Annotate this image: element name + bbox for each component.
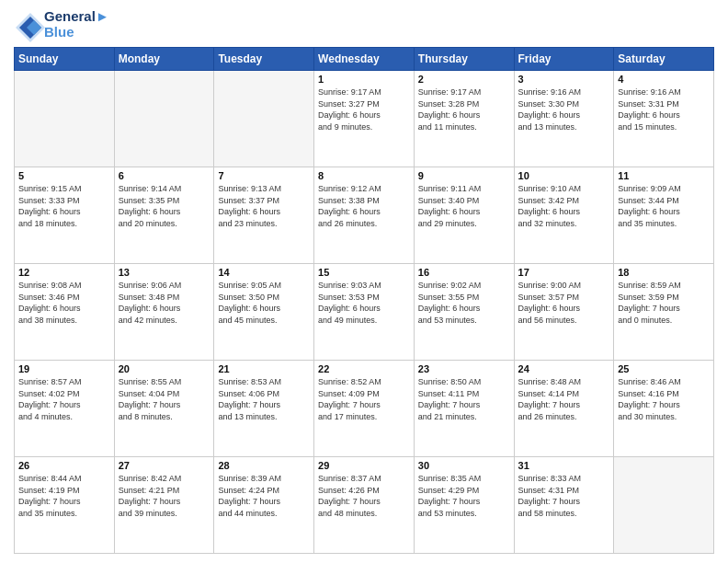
calendar-cell: 29Sunrise: 8:37 AM Sunset: 4:26 PM Dayli… bbox=[314, 457, 415, 554]
day-info: Sunrise: 8:44 AM Sunset: 4:19 PM Dayligh… bbox=[18, 473, 110, 519]
logo-text: General► Blue bbox=[44, 9, 109, 40]
calendar-cell: 20Sunrise: 8:55 AM Sunset: 4:04 PM Dayli… bbox=[114, 361, 214, 457]
day-info: Sunrise: 8:39 AM Sunset: 4:24 PM Dayligh… bbox=[218, 473, 310, 519]
day-info: Sunrise: 8:55 AM Sunset: 4:04 PM Dayligh… bbox=[119, 376, 210, 422]
calendar-cell: 14Sunrise: 9:05 AM Sunset: 3:50 PM Dayli… bbox=[214, 264, 314, 361]
day-number: 12 bbox=[18, 267, 110, 278]
calendar-cell: 11Sunrise: 9:09 AM Sunset: 3:44 PM Dayli… bbox=[614, 167, 714, 264]
day-info: Sunrise: 9:17 AM Sunset: 3:28 PM Dayligh… bbox=[418, 86, 510, 132]
day-info: Sunrise: 8:33 AM Sunset: 4:31 PM Dayligh… bbox=[518, 473, 610, 519]
day-number: 14 bbox=[218, 267, 310, 278]
day-info: Sunrise: 8:50 AM Sunset: 4:11 PM Dayligh… bbox=[418, 376, 510, 422]
calendar-cell: 5Sunrise: 9:15 AM Sunset: 3:33 PM Daylig… bbox=[15, 167, 115, 264]
calendar-cell bbox=[214, 71, 314, 167]
day-number: 2 bbox=[418, 74, 510, 85]
day-info: Sunrise: 8:59 AM Sunset: 3:59 PM Dayligh… bbox=[618, 280, 710, 326]
calendar-cell bbox=[614, 457, 714, 554]
day-info: Sunrise: 9:14 AM Sunset: 3:35 PM Dayligh… bbox=[119, 183, 210, 229]
day-number: 27 bbox=[119, 460, 210, 471]
calendar-cell: 30Sunrise: 8:35 AM Sunset: 4:29 PM Dayli… bbox=[414, 457, 514, 554]
weekday-header-wednesday: Wednesday bbox=[314, 48, 415, 71]
day-info: Sunrise: 8:42 AM Sunset: 4:21 PM Dayligh… bbox=[119, 473, 210, 519]
day-number: 11 bbox=[618, 170, 710, 181]
day-number: 19 bbox=[18, 363, 110, 374]
calendar-cell: 10Sunrise: 9:10 AM Sunset: 3:42 PM Dayli… bbox=[514, 167, 614, 264]
calendar-cell: 17Sunrise: 9:00 AM Sunset: 3:57 PM Dayli… bbox=[514, 264, 614, 361]
calendar-cell: 3Sunrise: 9:16 AM Sunset: 3:30 PM Daylig… bbox=[514, 71, 614, 167]
day-info: Sunrise: 9:00 AM Sunset: 3:57 PM Dayligh… bbox=[518, 280, 610, 326]
week-row-3: 19Sunrise: 8:57 AM Sunset: 4:02 PM Dayli… bbox=[15, 361, 714, 457]
week-row-4: 26Sunrise: 8:44 AM Sunset: 4:19 PM Dayli… bbox=[15, 457, 714, 554]
day-info: Sunrise: 9:03 AM Sunset: 3:53 PM Dayligh… bbox=[318, 280, 410, 326]
calendar-cell bbox=[15, 71, 115, 167]
logo: General► Blue bbox=[14, 9, 109, 40]
day-info: Sunrise: 8:46 AM Sunset: 4:16 PM Dayligh… bbox=[618, 376, 710, 422]
day-number: 17 bbox=[518, 267, 610, 278]
day-number: 28 bbox=[218, 460, 310, 471]
calendar-cell: 9Sunrise: 9:11 AM Sunset: 3:40 PM Daylig… bbox=[414, 167, 514, 264]
header: General► Blue bbox=[14, 9, 714, 40]
day-number: 9 bbox=[418, 170, 510, 181]
calendar-cell: 2Sunrise: 9:17 AM Sunset: 3:28 PM Daylig… bbox=[414, 71, 514, 167]
day-number: 20 bbox=[119, 363, 210, 374]
day-info: Sunrise: 8:37 AM Sunset: 4:26 PM Dayligh… bbox=[318, 473, 410, 519]
weekday-header-tuesday: Tuesday bbox=[214, 48, 314, 71]
calendar-cell: 22Sunrise: 8:52 AM Sunset: 4:09 PM Dayli… bbox=[314, 361, 415, 457]
calendar-cell bbox=[114, 71, 214, 167]
day-info: Sunrise: 8:35 AM Sunset: 4:29 PM Dayligh… bbox=[418, 473, 510, 519]
calendar-cell: 4Sunrise: 9:16 AM Sunset: 3:31 PM Daylig… bbox=[614, 71, 714, 167]
day-info: Sunrise: 9:10 AM Sunset: 3:42 PM Dayligh… bbox=[518, 183, 610, 229]
day-info: Sunrise: 9:17 AM Sunset: 3:27 PM Dayligh… bbox=[318, 86, 410, 132]
day-info: Sunrise: 9:05 AM Sunset: 3:50 PM Dayligh… bbox=[218, 280, 310, 326]
calendar-cell: 18Sunrise: 8:59 AM Sunset: 3:59 PM Dayli… bbox=[614, 264, 714, 361]
week-row-0: 1Sunrise: 9:17 AM Sunset: 3:27 PM Daylig… bbox=[15, 71, 714, 167]
day-info: Sunrise: 9:15 AM Sunset: 3:33 PM Dayligh… bbox=[18, 183, 110, 229]
day-info: Sunrise: 8:48 AM Sunset: 4:14 PM Dayligh… bbox=[518, 376, 610, 422]
calendar-cell: 25Sunrise: 8:46 AM Sunset: 4:16 PM Dayli… bbox=[614, 361, 714, 457]
week-row-2: 12Sunrise: 9:08 AM Sunset: 3:46 PM Dayli… bbox=[15, 264, 714, 361]
page: General► Blue SundayMondayTuesdayWednesd… bbox=[0, 0, 728, 563]
calendar-cell: 1Sunrise: 9:17 AM Sunset: 3:27 PM Daylig… bbox=[314, 71, 415, 167]
calendar-cell: 12Sunrise: 9:08 AM Sunset: 3:46 PM Dayli… bbox=[15, 264, 115, 361]
day-number: 6 bbox=[119, 170, 210, 181]
day-number: 5 bbox=[18, 170, 110, 181]
calendar-cell: 7Sunrise: 9:13 AM Sunset: 3:37 PM Daylig… bbox=[214, 167, 314, 264]
day-number: 21 bbox=[218, 363, 310, 374]
day-number: 31 bbox=[518, 460, 610, 471]
day-number: 18 bbox=[618, 267, 710, 278]
day-info: Sunrise: 9:02 AM Sunset: 3:55 PM Dayligh… bbox=[418, 280, 510, 326]
calendar-cell: 23Sunrise: 8:50 AM Sunset: 4:11 PM Dayli… bbox=[414, 361, 514, 457]
calendar-cell: 19Sunrise: 8:57 AM Sunset: 4:02 PM Dayli… bbox=[15, 361, 115, 457]
day-info: Sunrise: 8:57 AM Sunset: 4:02 PM Dayligh… bbox=[18, 376, 110, 422]
calendar-cell: 21Sunrise: 8:53 AM Sunset: 4:06 PM Dayli… bbox=[214, 361, 314, 457]
calendar-cell: 27Sunrise: 8:42 AM Sunset: 4:21 PM Dayli… bbox=[114, 457, 214, 554]
day-number: 15 bbox=[318, 267, 410, 278]
weekday-header-friday: Friday bbox=[514, 48, 614, 71]
day-number: 1 bbox=[318, 74, 410, 85]
calendar-cell: 28Sunrise: 8:39 AM Sunset: 4:24 PM Dayli… bbox=[214, 457, 314, 554]
calendar-cell: 13Sunrise: 9:06 AM Sunset: 3:48 PM Dayli… bbox=[114, 264, 214, 361]
day-number: 24 bbox=[518, 363, 610, 374]
calendar-cell: 31Sunrise: 8:33 AM Sunset: 4:31 PM Dayli… bbox=[514, 457, 614, 554]
day-info: Sunrise: 9:12 AM Sunset: 3:38 PM Dayligh… bbox=[318, 183, 410, 229]
day-info: Sunrise: 9:09 AM Sunset: 3:44 PM Dayligh… bbox=[618, 183, 710, 229]
weekday-header-row: SundayMondayTuesdayWednesdayThursdayFrid… bbox=[15, 48, 714, 71]
calendar-cell: 26Sunrise: 8:44 AM Sunset: 4:19 PM Dayli… bbox=[15, 457, 115, 554]
calendar-cell: 15Sunrise: 9:03 AM Sunset: 3:53 PM Dayli… bbox=[314, 264, 415, 361]
day-info: Sunrise: 9:06 AM Sunset: 3:48 PM Dayligh… bbox=[119, 280, 210, 326]
calendar-cell: 6Sunrise: 9:14 AM Sunset: 3:35 PM Daylig… bbox=[114, 167, 214, 264]
week-row-1: 5Sunrise: 9:15 AM Sunset: 3:33 PM Daylig… bbox=[15, 167, 714, 264]
day-number: 30 bbox=[418, 460, 510, 471]
day-number: 29 bbox=[318, 460, 410, 471]
calendar-cell: 24Sunrise: 8:48 AM Sunset: 4:14 PM Dayli… bbox=[514, 361, 614, 457]
logo-icon bbox=[14, 11, 41, 39]
weekday-header-monday: Monday bbox=[114, 48, 214, 71]
day-number: 13 bbox=[119, 267, 210, 278]
day-number: 7 bbox=[218, 170, 310, 181]
day-info: Sunrise: 9:11 AM Sunset: 3:40 PM Dayligh… bbox=[418, 183, 510, 229]
day-number: 8 bbox=[318, 170, 410, 181]
weekday-header-thursday: Thursday bbox=[414, 48, 514, 71]
calendar-cell: 16Sunrise: 9:02 AM Sunset: 3:55 PM Dayli… bbox=[414, 264, 514, 361]
day-number: 16 bbox=[418, 267, 510, 278]
calendar-table: SundayMondayTuesdayWednesdayThursdayFrid… bbox=[14, 47, 714, 554]
